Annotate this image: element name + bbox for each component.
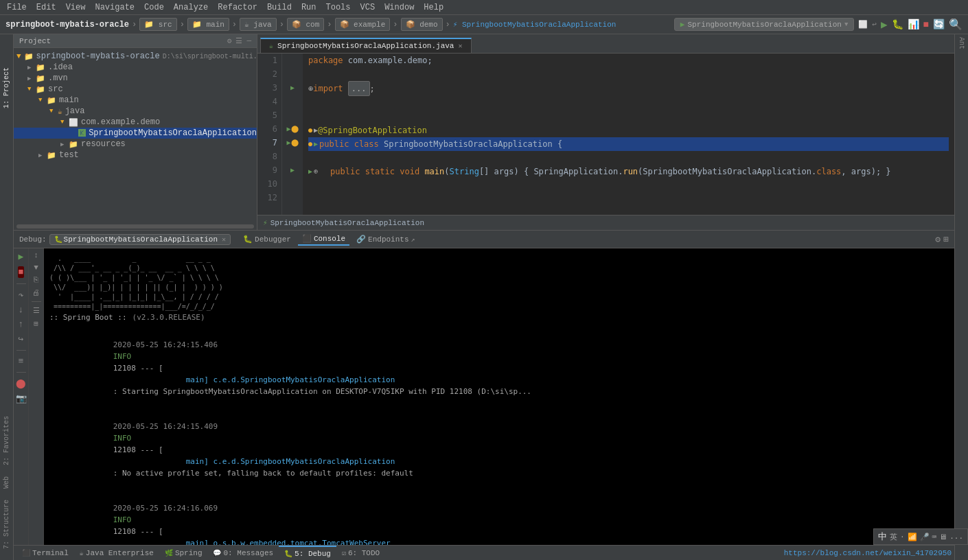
project-name: springboot-mybatis-oracle xyxy=(5,20,129,30)
project-settings-icon[interactable]: ☰ xyxy=(235,36,242,45)
editor-area: ☕ SpringbootMybatisOraclaApplication.jav… xyxy=(257,34,954,230)
debug-tab-console[interactable]: ⬛ Console xyxy=(298,233,349,246)
bottom-tab-spring[interactable]: 🌿 Spring xyxy=(159,546,208,560)
sep3: › xyxy=(232,20,237,30)
run-config-selector[interactable]: ▶ SpringbootMybatisOraclaApplication ▼ xyxy=(674,18,854,31)
debug-run-button[interactable]: 🐛 xyxy=(892,19,903,30)
menu-view[interactable]: View xyxy=(62,0,90,14)
menu-tools[interactable]: Tools xyxy=(322,0,355,14)
fold-icon[interactable]: ▶ xyxy=(290,84,295,92)
menu-navigate[interactable]: Navigate xyxy=(91,0,139,14)
debug-settings-icon[interactable]: ⚙ xyxy=(935,234,941,245)
menu-edit[interactable]: Edit xyxy=(32,0,60,14)
project-tree[interactable]: ▼ 📁 springboot-mybatis-oracle D:\si\spri… xyxy=(14,48,257,223)
editor-tabs: ☕ SpringbootMybatisOraclaApplication.jav… xyxy=(257,34,954,54)
tree-main-class[interactable]: 🅺 SpringbootMybatisOraclaApplication xyxy=(14,128,257,139)
debug-copy-icon[interactable]: ⎘ xyxy=(34,276,38,284)
system-tray: 中 英 · 📶 🎤 ⌨ 🖥 ... xyxy=(873,528,954,545)
debug-stop-icon[interactable]: ■ xyxy=(18,266,25,278)
debug-stepinto-icon[interactable]: ↓ xyxy=(19,305,24,315)
vert-tab-structure[interactable]: 7: Structure xyxy=(1,494,12,555)
tree-main[interactable]: ▼ 📁 main xyxy=(14,95,257,106)
menu-analyze[interactable]: Analyze xyxy=(170,0,212,14)
tree-package-label: com.example.demo xyxy=(81,117,160,127)
tree-src[interactable]: ▼ 📁 src xyxy=(14,84,257,95)
java-enterprise-icon: ☕ xyxy=(80,549,84,557)
tab-close-icon[interactable]: ✕ xyxy=(458,42,462,50)
debug-section: Debug: 🐛 SpringbootMybatisOraclaApplicat… xyxy=(14,230,954,545)
menu-window[interactable]: Window xyxy=(380,0,418,14)
tree-idea[interactable]: ▶ 📁 .idea xyxy=(14,62,257,73)
menu-code[interactable]: Code xyxy=(140,0,168,14)
project-minimize-icon[interactable]: — xyxy=(246,36,251,45)
sep5: › xyxy=(327,20,332,30)
debug-scroll-icon[interactable]: ↕ xyxy=(34,251,38,259)
debug-separator-3 xyxy=(16,372,26,373)
tree-test[interactable]: ▶ 📁 test xyxy=(14,150,257,161)
debug-stepout-icon[interactable]: ↑ xyxy=(19,319,24,329)
tree-root[interactable]: ▼ 📁 springboot-mybatis-oracle D:\si\spri… xyxy=(14,51,257,62)
tree-mvn[interactable]: ▶ 📁 .mvn xyxy=(14,73,257,84)
menu-file[interactable]: File xyxy=(3,0,31,14)
debug-restart-icon[interactable]: ▶ xyxy=(19,251,24,262)
code-line-5 xyxy=(308,110,949,124)
project-panel-scrollbar[interactable] xyxy=(16,224,254,229)
debug-filter-icon[interactable]: ▼ xyxy=(34,264,38,272)
console-output[interactable]: . ____ _ __ _ _ /\\ / ___'_ __ _ _(_)_ _… xyxy=(44,248,954,545)
debug-stepover-icon[interactable]: ↷ xyxy=(19,290,24,301)
right-sidebar-icon-1[interactable]: Ant xyxy=(958,37,965,49)
tree-package[interactable]: ▼ ⬜ com.example.demo xyxy=(14,117,257,128)
debug-run-to-cursor-icon[interactable]: ↪ xyxy=(19,334,24,345)
line-num-1: 1 xyxy=(262,54,277,67)
line-num-5: 5 xyxy=(262,108,277,122)
menu-run[interactable]: Run xyxy=(297,0,321,14)
bottom-tab-java-enterprise[interactable]: ☕ Java Enterprise xyxy=(74,546,159,560)
menu-vcs[interactable]: VCS xyxy=(356,0,380,14)
vert-tab-project[interactable]: 1: Project xyxy=(1,62,12,114)
debug-camera-icon[interactable]: 📷 xyxy=(16,393,27,404)
bottom-tab-debug[interactable]: 🐛 5: Debug xyxy=(279,546,336,560)
breadcrumb-demo: 📦 demo xyxy=(401,18,443,31)
run-gutter-9[interactable]: ▶ xyxy=(290,166,295,174)
vert-tab-web[interactable]: Web xyxy=(1,471,12,494)
debug-list-icon[interactable]: ☰ xyxy=(33,306,40,315)
editor-tab-main[interactable]: ☕ SpringbootMybatisOraclaApplication.jav… xyxy=(260,38,472,53)
debug-tab-close[interactable]: ✕ xyxy=(222,235,226,244)
debug-breakpoints-icon[interactable]: ⬤ xyxy=(16,378,26,389)
profile-button[interactable]: 📊 xyxy=(908,19,919,30)
back-icon[interactable]: ↩ xyxy=(872,20,877,29)
debug-print-icon[interactable]: 🖨 xyxy=(32,288,40,297)
search-everywhere-icon[interactable]: 🔍 xyxy=(949,18,963,32)
tree-test-label: test xyxy=(59,150,79,160)
run-gutter-6b[interactable]: ⬤ xyxy=(291,125,299,133)
bottom-tab-messages[interactable]: 💬 0: Messages xyxy=(207,546,279,560)
bottom-tab-terminal[interactable]: ⬛ Terminal xyxy=(16,546,74,560)
expand-icon[interactable]: ⬜ xyxy=(858,20,868,29)
stop-button[interactable]: ■ xyxy=(923,19,929,30)
project-gear-icon[interactable]: ⚙ xyxy=(227,36,232,45)
bottom-url[interactable]: https://blog.csdn.net/weixin_41702950 xyxy=(784,549,952,557)
debug-grid-icon[interactable]: ⊞ xyxy=(34,319,38,328)
right-sidebar: Ant xyxy=(954,34,968,560)
endpoints-icon: 🔗 xyxy=(356,235,366,244)
endpoints-arrow: ↗ xyxy=(411,235,415,244)
code-content[interactable]: package com.example.demo; ⊕ import xyxy=(303,54,954,215)
menu-help[interactable]: Help xyxy=(419,0,448,14)
tree-mvn-label: .mvn xyxy=(48,73,68,83)
debug-evaluate-icon[interactable]: ≡ xyxy=(19,356,24,366)
debug-layout-icon[interactable]: ⊞ xyxy=(943,234,949,245)
tree-java[interactable]: ▼ ☕ java xyxy=(14,106,257,117)
run-button[interactable]: ▶ xyxy=(881,18,888,32)
reload-button[interactable]: 🔄 xyxy=(933,19,945,30)
vert-tab-favorites[interactable]: 2: Favorites xyxy=(1,410,12,471)
log-line-3: 2020-05-25 16:24:16.069 INFO 12108 --- [… xyxy=(49,491,949,545)
run-gutter-7b[interactable]: ⬤ xyxy=(291,139,299,147)
debugger-icon: 🐛 xyxy=(243,235,253,244)
debug-tab-endpoints[interactable]: 🔗 Endpoints ↗ xyxy=(352,233,419,245)
tree-resources[interactable]: ▶ 📁 resources xyxy=(14,139,257,150)
menu-build[interactable]: Build xyxy=(263,0,296,14)
bottom-tab-todo[interactable]: ☑ 6: TODO xyxy=(336,546,385,560)
debug-tab-debugger[interactable]: 🐛 Debugger xyxy=(239,233,295,245)
tray-dot: · xyxy=(900,533,905,541)
menu-refactor[interactable]: Refactor xyxy=(214,0,262,14)
